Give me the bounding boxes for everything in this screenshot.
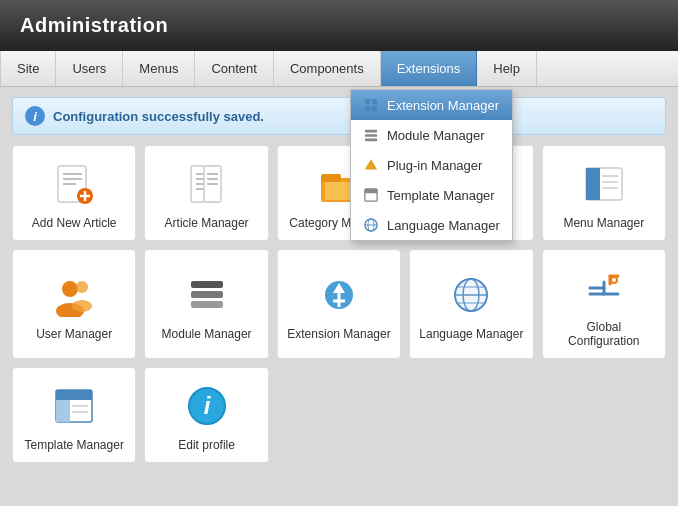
grid-item-label: Extension Manager bbox=[287, 327, 390, 341]
svg-rect-31 bbox=[325, 182, 353, 200]
module-icon bbox=[363, 127, 379, 143]
svg-rect-47 bbox=[191, 281, 223, 288]
config-icon bbox=[580, 264, 628, 312]
nav-item-menus[interactable]: Menus bbox=[123, 51, 195, 86]
dropdown-item-template-manager[interactable]: Template Manager bbox=[351, 180, 512, 210]
nav-item-extensions[interactable]: Extensions bbox=[381, 51, 478, 86]
grid-item-label: Global Configuration bbox=[551, 320, 657, 348]
grid-item-label: User Manager bbox=[36, 327, 112, 341]
svg-rect-69 bbox=[56, 400, 70, 422]
grid-item-user-manager[interactable]: User Manager bbox=[12, 249, 136, 359]
language-icon bbox=[363, 217, 379, 233]
svg-rect-3 bbox=[372, 106, 377, 111]
grid-row-1: Add New Article Article Manager Category… bbox=[12, 145, 666, 241]
svg-rect-30 bbox=[321, 174, 341, 182]
svg-rect-0 bbox=[365, 99, 370, 104]
dropdown-item-language-manager[interactable]: Language Manager bbox=[351, 210, 512, 240]
menu-icon bbox=[580, 160, 628, 208]
grid-row-2: User Manager Module Manager Extension Ma… bbox=[12, 249, 666, 359]
grid-item-add-new-article[interactable]: Add New Article bbox=[12, 145, 136, 241]
grid-item-edit-profile[interactable]: i Edit profile bbox=[144, 367, 268, 463]
plugin-icon bbox=[363, 157, 379, 173]
modules-icon bbox=[183, 271, 231, 319]
page-title: Administration bbox=[20, 14, 168, 36]
template-icon bbox=[363, 187, 379, 203]
svg-rect-68 bbox=[56, 390, 92, 400]
svg-rect-39 bbox=[586, 168, 600, 200]
grid-item-global-configuration[interactable]: Global Configuration bbox=[542, 249, 666, 359]
svg-rect-1 bbox=[372, 99, 377, 104]
grid-item-label: Module Manager bbox=[162, 327, 252, 341]
svg-rect-49 bbox=[191, 301, 223, 308]
editprofile-icon: i bbox=[183, 382, 231, 430]
dropdown-item-plug-in-manager[interactable]: Plug-in Manager bbox=[351, 150, 512, 180]
puzzle-icon bbox=[363, 97, 379, 113]
svg-rect-9 bbox=[365, 189, 377, 193]
extension-icon bbox=[315, 271, 363, 319]
svg-point-46 bbox=[72, 300, 92, 312]
grid-item-module-manager[interactable]: Module Manager bbox=[144, 249, 268, 359]
notification-message: Configuration successfully saved. bbox=[53, 109, 264, 124]
notification-bar: i Configuration successfully saved. bbox=[12, 97, 666, 135]
svg-point-65 bbox=[611, 277, 617, 283]
svg-point-59 bbox=[455, 279, 487, 311]
info-icon: i bbox=[25, 106, 45, 126]
svg-rect-4 bbox=[365, 130, 377, 133]
grid-item-label: Article Manager bbox=[165, 216, 249, 230]
nav-item-users[interactable]: Users bbox=[56, 51, 123, 86]
user-icon bbox=[50, 271, 98, 319]
svg-rect-48 bbox=[191, 291, 223, 298]
page-header: Administration bbox=[0, 0, 678, 51]
grid-item-language-manager[interactable]: Language Manager bbox=[409, 249, 533, 359]
grid-item-label: Menu Manager bbox=[563, 216, 644, 230]
template2-icon bbox=[50, 382, 98, 430]
nav-item-help[interactable]: Help bbox=[477, 51, 537, 86]
svg-rect-5 bbox=[365, 134, 377, 137]
grid-item-label: Add New Article bbox=[32, 216, 117, 230]
main-content: Add New Article Article Manager Category… bbox=[0, 145, 678, 483]
grid-item-label: Template Manager bbox=[25, 438, 124, 452]
nav-item-content[interactable]: Content bbox=[195, 51, 274, 86]
dropdown-item-module-manager[interactable]: Module Manager bbox=[351, 120, 512, 150]
grid-item-label: Edit profile bbox=[178, 438, 235, 452]
nav-item-components[interactable]: Components bbox=[274, 51, 381, 86]
nav-item-site[interactable]: Site bbox=[0, 51, 56, 86]
grid-item-article-manager[interactable]: Article Manager bbox=[144, 145, 268, 241]
dropdown-item-extension-manager[interactable]: Extension Manager bbox=[351, 90, 512, 120]
grid-item-template-manager[interactable]: Template Manager bbox=[12, 367, 136, 463]
svg-rect-6 bbox=[365, 139, 377, 142]
navigation-bar: SiteUsersMenusContentComponentsExtension… bbox=[0, 51, 678, 87]
svg-marker-7 bbox=[365, 159, 377, 170]
grid-item-label: Language Manager bbox=[419, 327, 523, 341]
grid-item-extension-manager[interactable]: Extension Manager bbox=[277, 249, 401, 359]
svg-rect-2 bbox=[365, 106, 370, 111]
language2-icon bbox=[447, 271, 495, 319]
add-article-icon bbox=[50, 160, 98, 208]
extensions-dropdown: Extension ManagerModule ManagerPlug-in M… bbox=[350, 89, 513, 241]
svg-point-45 bbox=[76, 281, 88, 293]
svg-point-43 bbox=[62, 281, 78, 297]
article-icon bbox=[183, 160, 231, 208]
grid-row-3: Template Manager i Edit profile bbox=[12, 367, 666, 463]
grid-item-menu-manager[interactable]: Menu Manager bbox=[542, 145, 666, 241]
